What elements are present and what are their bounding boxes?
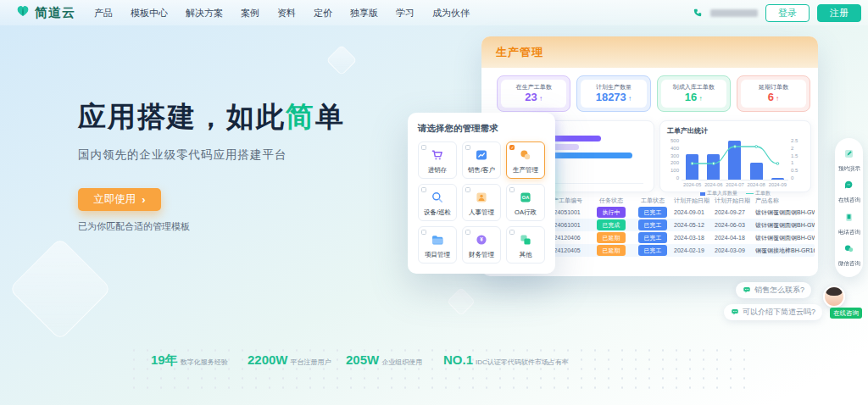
side-panel-item[interactable]: 电话咨询 [837, 211, 861, 236]
metric-label: 平台注册用户 [291, 358, 331, 367]
decor-cube [326, 45, 358, 76]
table-row: JH24061001已完成已完工2024-05-122024-06-03镀锌铜覆… [547, 219, 815, 231]
phone-number-redacted [710, 9, 758, 17]
start-now-button[interactable]: 立即使用› [78, 188, 161, 211]
x-tick: 2024-07 [726, 182, 743, 187]
stat-value: 18273 ↑ [581, 92, 646, 105]
cart-icon [431, 148, 444, 162]
stat-card: 计划生产数量18273 ↑ [576, 75, 650, 112]
need-option-label: 设备/巡检 [424, 208, 451, 217]
status-badge: 执行中 [597, 207, 626, 218]
nav-item[interactable]: 案例 [241, 7, 259, 19]
nav-item[interactable]: 定价 [314, 7, 332, 19]
side-panel-item[interactable]: 在线咨询 [837, 179, 861, 204]
hero-subtitle: 国内领先的企业级零代码应用搭建平台 [78, 147, 434, 163]
agent-avatar[interactable] [823, 286, 845, 308]
need-option-label: 人事管理 [469, 208, 494, 217]
need-option-card[interactable]: ¥财务管理 [462, 226, 501, 264]
checkbox[interactable] [465, 145, 470, 150]
arrow-right-icon: › [142, 193, 145, 206]
cell-task-status: 已完成 [591, 219, 632, 230]
line-series [682, 138, 788, 180]
stat-number: 23 [525, 91, 537, 103]
phone-icon [693, 8, 703, 18]
checkbox[interactable] [421, 230, 426, 235]
side-panel-label: 电话咨询 [838, 228, 860, 236]
need-option-label: OA行政 [515, 208, 537, 217]
demo-icon [843, 147, 854, 163]
heart-leaf-logo-icon [15, 3, 31, 22]
x-tick: 2024-06 [704, 182, 722, 187]
checkbox[interactable] [509, 230, 515, 235]
need-option-card[interactable]: 进销存 [418, 141, 457, 179]
agent-online-badge[interactable]: 在线咨询 [830, 308, 862, 319]
cell-product-name: 镀锌铜覆钢圆钢BH-GW-R8 [755, 208, 815, 217]
cell-product-name: 镀锌铜覆钢圆钢BH-GW-R10 [755, 221, 815, 230]
checkbox[interactable] [421, 187, 426, 192]
metrics-strip: 19年数字化服务经验2200W平台注册用户205W企业组织使用NO.1IDC认证… [127, 346, 754, 390]
chat-icon [731, 308, 739, 318]
nav-item[interactable]: 学习 [396, 7, 415, 19]
cell-task-status: 已延期 [591, 232, 632, 243]
need-option-card[interactable]: 生产管理 [506, 141, 545, 179]
metric-item: 19年数字化服务经验 [151, 352, 228, 369]
metric-item: 2200W平台注册用户 [248, 352, 331, 367]
login-button[interactable]: 登录 [765, 4, 810, 22]
plot-area [682, 138, 788, 180]
need-option-card[interactable]: OAOA行政 [506, 184, 545, 221]
checkbox[interactable] [509, 187, 515, 192]
x-axis-labels: 2024-052024-062024-072024-082024-09 [682, 182, 788, 187]
need-option-card[interactable]: 项目管理 [418, 226, 457, 264]
metric-label: 数字化服务经验 [181, 358, 228, 367]
metric-item: 205W企业组织使用 [346, 352, 422, 367]
metric-label: 企业组织使用 [381, 358, 422, 367]
stat-card-inner: 在生产工单数23 ↑ [501, 80, 566, 108]
stat-cards-row: 在生产工单数23 ↑计划生产数量18273 ↑制成入库工单数16 ↑延期订单数6… [497, 75, 810, 112]
hero-section: 应用搭建，如此简单 国内领先的企业级零代码应用搭建平台 立即使用› 已为你匹配合… [78, 98, 434, 233]
checkbox[interactable] [465, 187, 470, 192]
table-row: JH24051001执行中已完工2024-09-012024-09-27镀锌铜覆… [547, 206, 815, 219]
stat-value: 6 ↑ [741, 92, 806, 105]
cell-order-status: 已完工 [632, 207, 674, 218]
other-icon [519, 233, 532, 247]
x-tick: 2024-08 [748, 182, 765, 187]
y-tick: 0 [667, 175, 679, 180]
nav-item[interactable]: 资料 [277, 7, 296, 19]
checkbox[interactable] [421, 145, 426, 150]
cell-plan-end: 2024-09-27 [715, 209, 755, 215]
nav-item[interactable]: 产品 [94, 7, 113, 19]
need-option-card[interactable]: 销售/客户 [462, 141, 501, 179]
checkbox[interactable] [509, 145, 515, 150]
checkbox[interactable] [465, 230, 470, 235]
need-option-card[interactable]: 人事管理 [462, 184, 501, 221]
needs-grid: 进销存销售/客户生产管理设备/巡检人事管理OAOA行政项目管理¥财务管理其他 [418, 141, 545, 264]
register-button[interactable]: 注册 [817, 4, 861, 22]
status-badge: 已延期 [597, 232, 626, 243]
nav-item[interactable]: 成为伙伴 [432, 7, 470, 19]
side-panel-item[interactable]: 预约演示 [837, 147, 861, 173]
need-option-card[interactable]: 设备/巡检 [418, 184, 457, 221]
nav-item[interactable]: 独享版 [350, 7, 378, 19]
chat-bubble-sales[interactable]: 销售怎么联系? [736, 282, 811, 298]
need-option-card[interactable]: 其他 [506, 226, 545, 264]
finance-icon: ¥ [475, 233, 488, 247]
stat-card-inner: 制成入库工单数16 ↑ [661, 80, 726, 108]
cell-plan-start: 2024-09-01 [674, 209, 715, 215]
nav-item[interactable]: 模板中心 [131, 7, 168, 19]
metric-value: NO.1 [443, 352, 473, 367]
stat-card: 在生产工单数23 ↑ [497, 75, 570, 112]
side-panel-item[interactable]: 微信咨询 [837, 242, 861, 268]
page: 简道云 产品模板中心解决方案案例资料定价独享版学习成为伙伴 登录 注册 应用搭建… [0, 0, 868, 405]
stat-card-inner: 延期订单数6 ↑ [741, 80, 806, 108]
side-panel-label: 预约演示 [838, 165, 860, 173]
cell-plan-end: 2024-04-18 [715, 235, 755, 241]
table-row: JH24120406已延期已完工2024-03-182024-04-18镀锌铜覆… [547, 231, 815, 244]
need-option-label: 项目管理 [425, 251, 450, 259]
stat-number: 18273 [596, 91, 626, 103]
cell-task-status: 执行中 [591, 207, 632, 218]
cell-product-name: 镀锌铜覆钢圆钢BH-GW-R12 [755, 234, 815, 242]
brand-logo[interactable]: 简道云 [15, 3, 75, 22]
chat-bubble-intro[interactable]: 可以介绍下简道云吗? [724, 304, 822, 320]
nav-item[interactable]: 解决方案 [186, 7, 223, 19]
hero-title: 应用搭建，如此简单 [78, 98, 434, 136]
